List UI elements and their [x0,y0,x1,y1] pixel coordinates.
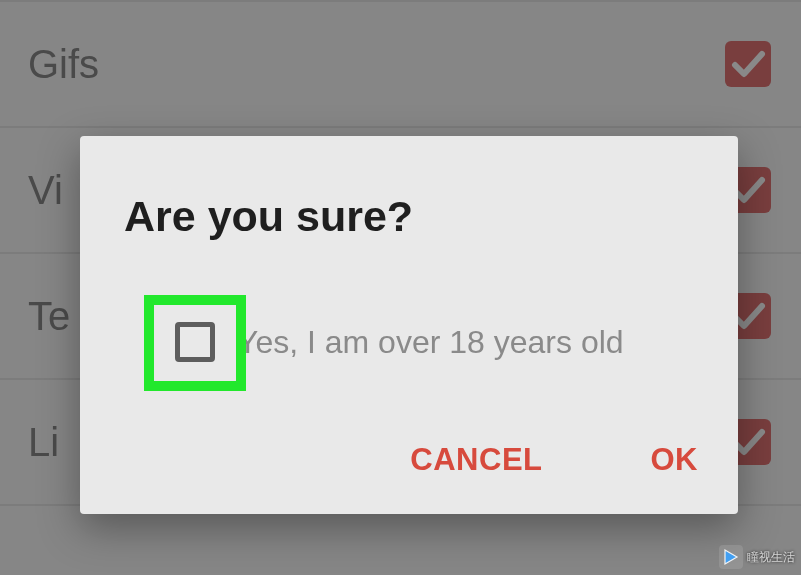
watermark: 瞳视生活 [719,545,795,569]
dialog-title: Are you sure? [124,192,738,241]
confirm-label: Yes, I am over 18 years old [237,324,624,361]
dialog-actions: CANCEL OK [394,432,714,488]
confirm-dialog: Are you sure? Yes, I am over 18 years ol… [80,136,738,514]
cancel-button[interactable]: CANCEL [394,432,558,488]
watermark-logo-icon [719,545,743,569]
confirm-row: Yes, I am over 18 years old [175,322,718,362]
age-confirm-checkbox[interactable] [175,322,215,362]
watermark-text: 瞳视生活 [747,549,795,566]
ok-button[interactable]: OK [635,432,715,488]
